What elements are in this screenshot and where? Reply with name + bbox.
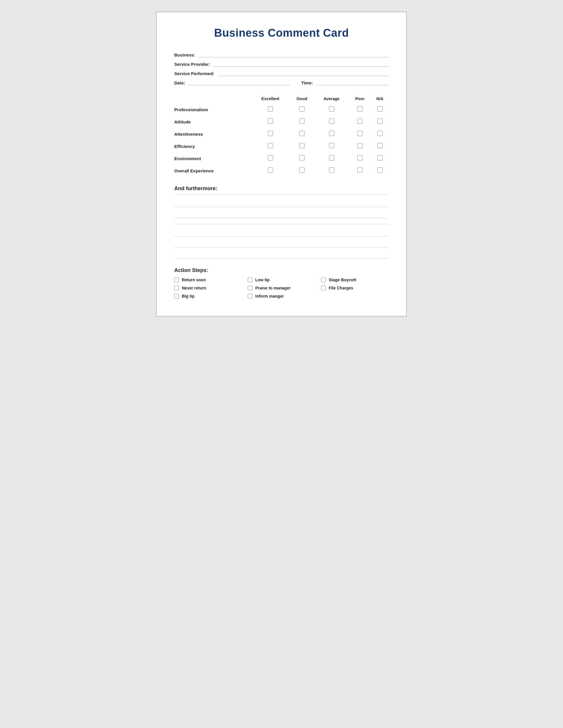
action-checkbox-never-return[interactable]	[174, 286, 179, 290]
rating-checkbox-excellent[interactable]	[251, 165, 290, 177]
rating-checkbox-average[interactable]	[314, 116, 349, 128]
checkbox-professionalism-na[interactable]	[377, 106, 383, 112]
checkbox-efficiency-good[interactable]	[299, 143, 305, 148]
rating-checkbox-average[interactable]	[314, 103, 349, 116]
checkbox-environment-poor[interactable]	[357, 155, 363, 160]
date-section: Date:	[174, 79, 290, 85]
action-checkbox-return-soon[interactable]	[174, 278, 179, 282]
checkbox-attentiveness-average[interactable]	[329, 131, 334, 136]
service-provider-label: Service Provider:	[174, 62, 210, 67]
action-steps-title: Action Steps:	[174, 267, 389, 273]
rating-checkbox-poor[interactable]	[349, 165, 371, 177]
rating-row-label: Professionalism	[174, 103, 251, 116]
text-line-5	[174, 250, 389, 259]
checkbox-attitude-na[interactable]	[377, 119, 383, 124]
checkbox-environment-na[interactable]	[377, 155, 383, 160]
rating-checkbox-poor[interactable]	[349, 128, 371, 140]
action-checkbox-big-tip[interactable]	[174, 294, 179, 298]
col-header-excellent: Excellent	[251, 94, 290, 103]
rating-checkbox-good[interactable]	[290, 103, 315, 116]
date-input[interactable]	[188, 79, 290, 85]
checkbox-attitude-good[interactable]	[299, 119, 305, 124]
action-item-label[interactable]: Stage Boycott	[329, 278, 356, 282]
checkbox-attitude-average[interactable]	[329, 119, 334, 124]
business-label: Business:	[174, 52, 195, 57]
checkbox-efficiency-excellent[interactable]	[268, 143, 273, 148]
checkbox-attitude-poor[interactable]	[357, 119, 363, 124]
checkbox-attitude-excellent[interactable]	[268, 119, 273, 124]
checkbox-environment-good[interactable]	[299, 155, 305, 160]
text-line-4	[174, 239, 389, 248]
checkbox-attentiveness-good[interactable]	[299, 131, 305, 136]
rating-checkbox-excellent[interactable]	[251, 140, 290, 152]
action-item: Big tip	[174, 294, 242, 298]
rating-checkbox-na[interactable]	[371, 128, 389, 140]
rating-checkbox-average[interactable]	[314, 128, 349, 140]
checkbox-attentiveness-na[interactable]	[377, 131, 383, 136]
rating-checkbox-good[interactable]	[290, 116, 315, 128]
action-item-label[interactable]: Big tip	[182, 294, 195, 298]
action-item-label[interactable]: Never return	[182, 286, 206, 290]
rating-row-label: Overall Experience	[174, 165, 251, 177]
col-header-na: N/A	[371, 94, 389, 103]
rating-checkbox-excellent[interactable]	[251, 103, 290, 116]
checkbox-overall-experience-excellent[interactable]	[268, 167, 273, 173]
rating-checkbox-good[interactable]	[290, 152, 315, 165]
action-item-label[interactable]: Praise to manager	[255, 286, 291, 290]
rating-checkbox-na[interactable]	[371, 140, 389, 152]
action-checkbox-file-charges[interactable]	[321, 286, 326, 290]
rating-checkbox-good[interactable]	[290, 140, 315, 152]
action-item-label[interactable]: Low tip	[255, 278, 269, 282]
rating-checkbox-na[interactable]	[371, 103, 389, 116]
rating-checkbox-poor[interactable]	[349, 140, 371, 152]
service-performed-input[interactable]	[217, 70, 389, 76]
checkbox-environment-excellent[interactable]	[268, 155, 273, 160]
action-item: Return soon	[174, 278, 242, 282]
rating-checkbox-na[interactable]	[371, 116, 389, 128]
service-provider-input[interactable]	[213, 60, 389, 67]
action-item-label[interactable]: File Charges	[329, 286, 353, 290]
action-item-label[interactable]: Return soon	[182, 278, 206, 282]
checkbox-efficiency-poor[interactable]	[357, 143, 363, 148]
col-header-good: Good	[290, 94, 315, 103]
action-steps-grid: Return soonLow tipStage BoycottNever ret…	[174, 278, 389, 298]
service-provider-field-row: Service Provider:	[174, 60, 389, 67]
action-item: Never return	[174, 286, 242, 290]
page-title: Business Comment Card	[174, 27, 389, 39]
action-checkbox-praise-to-manager[interactable]	[248, 286, 252, 290]
service-performed-field-row: Service Performed:	[174, 70, 389, 76]
rating-checkbox-poor[interactable]	[349, 103, 371, 116]
rating-checkbox-excellent[interactable]	[251, 152, 290, 165]
rating-checkbox-poor[interactable]	[349, 152, 371, 165]
rating-checkbox-na[interactable]	[371, 165, 389, 177]
checkbox-overall-experience-good[interactable]	[299, 167, 305, 173]
rating-checkbox-good[interactable]	[290, 128, 315, 140]
rating-checkbox-excellent[interactable]	[251, 128, 290, 140]
rating-checkbox-excellent[interactable]	[251, 116, 290, 128]
checkbox-overall-experience-poor[interactable]	[357, 167, 363, 173]
checkbox-professionalism-good[interactable]	[299, 106, 305, 112]
divider-2	[174, 224, 389, 224]
checkbox-professionalism-excellent[interactable]	[268, 106, 273, 112]
checkbox-efficiency-na[interactable]	[377, 143, 383, 148]
rating-checkbox-average[interactable]	[314, 140, 349, 152]
rating-checkbox-na[interactable]	[371, 152, 389, 165]
rating-checkbox-average[interactable]	[314, 152, 349, 165]
action-item-label[interactable]: Inform manger	[255, 294, 284, 298]
checkbox-environment-average[interactable]	[329, 155, 334, 160]
action-checkbox-low-tip[interactable]	[248, 278, 252, 282]
checkbox-professionalism-poor[interactable]	[357, 106, 363, 112]
checkbox-overall-experience-na[interactable]	[377, 167, 383, 173]
rating-checkbox-poor[interactable]	[349, 116, 371, 128]
action-checkbox-inform-manger[interactable]	[248, 294, 252, 298]
rating-checkbox-average[interactable]	[314, 165, 349, 177]
action-checkbox-stage-boycott[interactable]	[321, 278, 326, 282]
rating-checkbox-good[interactable]	[290, 165, 315, 177]
checkbox-professionalism-average[interactable]	[329, 106, 334, 112]
checkbox-attentiveness-excellent[interactable]	[268, 131, 273, 136]
time-input[interactable]	[316, 79, 389, 85]
checkbox-attentiveness-poor[interactable]	[357, 131, 363, 136]
business-input[interactable]	[198, 51, 389, 57]
checkbox-efficiency-average[interactable]	[329, 143, 334, 148]
checkbox-overall-experience-average[interactable]	[329, 167, 334, 173]
